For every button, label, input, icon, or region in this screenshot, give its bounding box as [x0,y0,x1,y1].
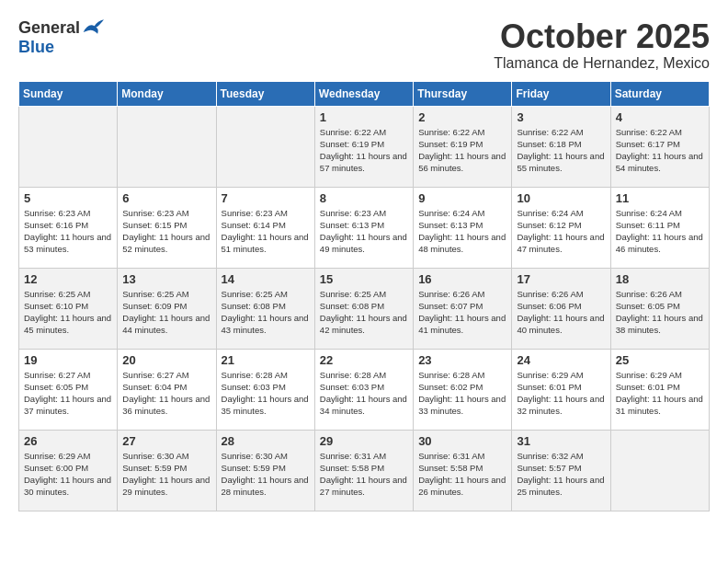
daylight-text: Daylight: 11 hours and 33 minutes. [418,394,506,416]
day-number: 16 [418,272,506,286]
calendar-cell: 1 Sunrise: 6:22 AM Sunset: 6:19 PM Dayli… [314,106,413,187]
daylight-text: Daylight: 11 hours and 37 minutes. [24,394,111,416]
location-subtitle: Tlamanca de Hernandez, Mexico [494,55,710,72]
calendar-cell: 19 Sunrise: 6:27 AM Sunset: 6:05 PM Dayl… [19,349,118,430]
day-info: Sunrise: 6:23 AM Sunset: 6:16 PM Dayligh… [24,207,112,256]
sunrise-text: Sunrise: 6:22 AM [517,127,583,137]
day-number: 24 [517,353,605,367]
daylight-text: Daylight: 11 hours and 47 minutes. [517,232,604,254]
day-number: 22 [320,353,408,367]
sunrise-text: Sunrise: 6:28 AM [418,370,484,380]
day-number: 18 [616,272,704,286]
day-number: 1 [320,110,408,124]
daylight-text: Daylight: 11 hours and 41 minutes. [418,313,506,335]
sunset-text: Sunset: 6:06 PM [517,301,581,311]
day-info: Sunrise: 6:28 AM Sunset: 6:03 PM Dayligh… [320,369,408,418]
calendar-header-tuesday: Tuesday [216,81,314,106]
day-number: 29 [320,434,408,448]
calendar-cell: 12 Sunrise: 6:25 AM Sunset: 6:10 PM Dayl… [19,268,118,349]
calendar-cell: 3 Sunrise: 6:22 AM Sunset: 6:18 PM Dayli… [512,106,610,187]
sunset-text: Sunset: 6:08 PM [320,301,384,311]
day-number: 20 [122,353,210,367]
calendar-cell: 16 Sunrise: 6:26 AM Sunset: 6:07 PM Dayl… [414,268,512,349]
sunrise-text: Sunrise: 6:24 AM [517,208,583,218]
daylight-text: Daylight: 11 hours and 46 minutes. [616,232,703,254]
sunset-text: Sunset: 6:09 PM [122,301,187,311]
day-info: Sunrise: 6:28 AM Sunset: 6:03 PM Dayligh… [222,369,310,418]
daylight-text: Daylight: 11 hours and 34 minutes. [320,394,407,416]
day-info: Sunrise: 6:22 AM Sunset: 6:19 PM Dayligh… [320,126,408,175]
day-number: 27 [122,434,210,448]
day-info: Sunrise: 6:23 AM Sunset: 6:15 PM Dayligh… [122,207,210,256]
sunset-text: Sunset: 6:19 PM [320,139,384,149]
sunrise-text: Sunrise: 6:26 AM [616,289,682,299]
sunrise-text: Sunrise: 6:29 AM [24,451,90,461]
sunrise-text: Sunrise: 6:24 AM [616,208,682,218]
calendar-cell: 20 Sunrise: 6:27 AM Sunset: 6:04 PM Dayl… [118,349,216,430]
daylight-text: Daylight: 11 hours and 28 minutes. [222,475,309,497]
sunrise-text: Sunrise: 6:25 AM [222,289,288,299]
sunrise-text: Sunrise: 6:22 AM [418,127,484,137]
daylight-text: Daylight: 11 hours and 40 minutes. [517,313,604,335]
day-number: 30 [418,434,506,448]
daylight-text: Daylight: 11 hours and 42 minutes. [320,313,407,335]
calendar-header-row: SundayMondayTuesdayWednesdayThursdayFrid… [19,81,710,106]
sunrise-text: Sunrise: 6:25 AM [122,289,188,299]
day-number: 3 [517,110,605,124]
calendar-header-wednesday: Wednesday [314,81,413,106]
day-info: Sunrise: 6:26 AM Sunset: 6:07 PM Dayligh… [418,288,506,337]
sunrise-text: Sunrise: 6:26 AM [418,289,484,299]
calendar-week-row-2: 5 Sunrise: 6:23 AM Sunset: 6:16 PM Dayli… [19,187,710,268]
day-number: 7 [222,191,310,205]
day-info: Sunrise: 6:24 AM Sunset: 6:11 PM Dayligh… [616,207,704,256]
sunset-text: Sunset: 5:58 PM [320,463,384,473]
calendar-cell: 10 Sunrise: 6:24 AM Sunset: 6:12 PM Dayl… [512,187,610,268]
sunrise-text: Sunrise: 6:29 AM [517,370,583,380]
sunrise-text: Sunrise: 6:29 AM [616,370,682,380]
day-number: 9 [418,191,506,205]
daylight-text: Daylight: 11 hours and 52 minutes. [122,232,210,254]
calendar-cell: 30 Sunrise: 6:31 AM Sunset: 5:58 PM Dayl… [414,430,512,511]
calendar-week-row-5: 26 Sunrise: 6:29 AM Sunset: 6:00 PM Dayl… [19,430,710,511]
sunset-text: Sunset: 6:01 PM [517,382,581,392]
daylight-text: Daylight: 11 hours and 53 minutes. [24,232,111,254]
calendar-cell: 24 Sunrise: 6:29 AM Sunset: 6:01 PM Dayl… [512,349,610,430]
day-info: Sunrise: 6:23 AM Sunset: 6:13 PM Dayligh… [320,207,408,256]
daylight-text: Daylight: 11 hours and 30 minutes. [24,475,111,497]
sunrise-text: Sunrise: 6:32 AM [517,451,583,461]
day-number: 6 [122,191,210,205]
day-number: 10 [517,191,605,205]
day-info: Sunrise: 6:27 AM Sunset: 6:04 PM Dayligh… [122,369,210,418]
sunset-text: Sunset: 6:13 PM [418,220,483,230]
day-info: Sunrise: 6:25 AM Sunset: 6:10 PM Dayligh… [24,288,112,337]
day-info: Sunrise: 6:29 AM Sunset: 6:01 PM Dayligh… [616,369,704,418]
sunset-text: Sunset: 5:59 PM [222,463,286,473]
day-info: Sunrise: 6:29 AM Sunset: 6:00 PM Dayligh… [24,450,112,499]
calendar-cell: 11 Sunrise: 6:24 AM Sunset: 6:11 PM Dayl… [610,187,709,268]
calendar-cell: 29 Sunrise: 6:31 AM Sunset: 5:58 PM Dayl… [314,430,413,511]
sunrise-text: Sunrise: 6:26 AM [517,289,583,299]
sunset-text: Sunset: 6:13 PM [320,220,384,230]
daylight-text: Daylight: 11 hours and 49 minutes. [320,232,407,254]
calendar-cell: 25 Sunrise: 6:29 AM Sunset: 6:01 PM Dayl… [610,349,709,430]
day-info: Sunrise: 6:22 AM Sunset: 6:18 PM Dayligh… [517,126,605,175]
day-info: Sunrise: 6:25 AM Sunset: 6:08 PM Dayligh… [320,288,408,337]
sunset-text: Sunset: 5:57 PM [517,463,581,473]
day-info: Sunrise: 6:24 AM Sunset: 6:13 PM Dayligh… [418,207,506,256]
sunrise-text: Sunrise: 6:27 AM [122,370,188,380]
daylight-text: Daylight: 11 hours and 57 minutes. [320,151,407,173]
day-number: 26 [24,434,112,448]
daylight-text: Daylight: 11 hours and 55 minutes. [517,151,604,173]
day-info: Sunrise: 6:32 AM Sunset: 5:57 PM Dayligh… [517,450,605,499]
sunset-text: Sunset: 6:10 PM [24,301,88,311]
daylight-text: Daylight: 11 hours and 51 minutes. [222,232,309,254]
calendar-cell: 23 Sunrise: 6:28 AM Sunset: 6:02 PM Dayl… [414,349,512,430]
calendar-header-thursday: Thursday [414,81,512,106]
daylight-text: Daylight: 11 hours and 43 minutes. [222,313,309,335]
logo-general-text: General [18,18,80,38]
sunset-text: Sunset: 6:11 PM [616,220,680,230]
calendar-cell [19,106,118,187]
daylight-text: Daylight: 11 hours and 29 minutes. [122,475,210,497]
sunrise-text: Sunrise: 6:23 AM [222,208,288,218]
day-number: 31 [517,434,605,448]
